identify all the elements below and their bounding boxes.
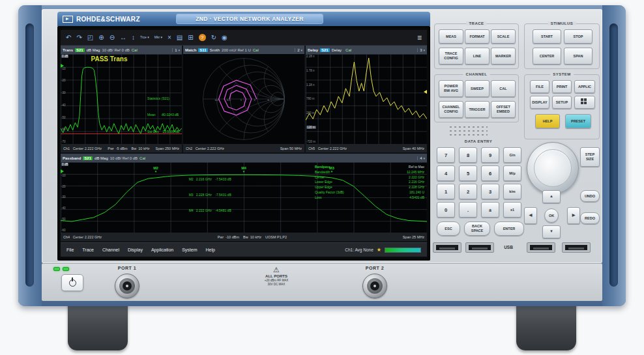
channel-config-button[interactable]: CHANNEL CONFIG	[439, 101, 463, 118]
printer-icon[interactable]: ▤	[177, 35, 183, 41]
window-number-dropdown[interactable]: 4	[417, 156, 425, 160]
autoscale-icon[interactable]: ↕	[132, 35, 135, 41]
key-7[interactable]: 7	[437, 147, 455, 163]
print-button[interactable]: PRINT	[552, 80, 572, 93]
key-5[interactable]: 5	[459, 165, 477, 181]
menu-display[interactable]: Display	[128, 248, 143, 252]
refresh-icon[interactable]: ↻	[211, 35, 216, 41]
trace-select-icon[interactable]: Trce ▾	[140, 36, 149, 40]
help-button[interactable]: HELP	[535, 114, 560, 128]
menu-trace[interactable]: Trace	[82, 248, 94, 252]
chassis: ROHDE&SCHWARZ ZND · VECTOR NETWORK ANALY…	[18, 5, 626, 306]
undo-icon[interactable]: ↶	[66, 35, 71, 41]
applic-button[interactable]: APPLIC	[574, 80, 595, 93]
key-1[interactable]: 1	[437, 184, 455, 199]
span-full-icon[interactable]: ↔	[120, 35, 126, 41]
smith-axis-label: 1	[241, 98, 242, 102]
rohde-schwarz-logo-icon	[63, 16, 73, 23]
file-button[interactable]: FILE	[530, 80, 549, 93]
zoom-in-icon[interactable]: ⊕	[98, 35, 104, 41]
marker-m4[interactable]: M4▼	[241, 166, 246, 173]
esc-button[interactable]: ESC	[437, 221, 460, 236]
zoom-out-icon[interactable]: ⊖	[110, 35, 115, 41]
menu-channel[interactable]: Channel	[102, 248, 119, 252]
key-8[interactable]: 8	[459, 147, 477, 163]
span-button[interactable]: SPAN	[564, 48, 593, 64]
windows-key-button[interactable]	[574, 96, 595, 109]
redo-button[interactable]: REDO	[580, 212, 600, 224]
power-bw-avg-button[interactable]: POWER BW AVG	[439, 80, 463, 97]
key-plus-minus[interactable]: ±	[481, 202, 499, 218]
trigger-button[interactable]: TRIGGER	[465, 101, 490, 118]
meas-button[interactable]: MEAS	[439, 29, 463, 44]
rotary-knob[interactable]	[527, 142, 579, 194]
window-number-dropdown[interactable]: 1	[172, 48, 180, 52]
ref-marker-icon	[424, 90, 427, 94]
menu-application[interactable]: Application	[151, 248, 173, 252]
ok-button[interactable]: OK	[544, 208, 559, 223]
line-button[interactable]: LINE	[465, 48, 490, 64]
marker-select-icon[interactable]: Mkr ▾	[154, 36, 162, 40]
key-6[interactable]: 6	[481, 165, 499, 181]
nav-left-button[interactable]: ◀	[524, 207, 537, 224]
ref-marker-icon	[61, 64, 64, 68]
window-number-dropdown[interactable]: 3	[417, 48, 425, 52]
delete-trace-icon[interactable]: ×	[168, 35, 171, 41]
nav-right-button[interactable]: ▶	[567, 207, 580, 224]
favorite-star-icon[interactable]: ★	[377, 247, 381, 253]
setup-button[interactable]: SETUP	[552, 96, 572, 109]
marker-m2[interactable]: M2▼	[153, 166, 158, 173]
key-kilo-milli[interactable]: k/m	[503, 184, 521, 199]
delay-plot: 2.28 n 1.78 n 1.28 n 780 m 280 m 120 m -…	[306, 54, 427, 144]
redo-icon[interactable]: ↷	[76, 35, 81, 41]
window-number-dropdown[interactable]: 2	[295, 48, 302, 52]
enter-button[interactable]: ENTER	[494, 221, 524, 236]
key-0[interactable]: 0	[437, 202, 455, 218]
trace-header-delay[interactable]: Delay S21 Delay Cal 3	[306, 46, 427, 54]
usb-port-1	[433, 242, 461, 253]
trace-config-button[interactable]: TRACE CONFIG	[439, 48, 463, 64]
help-icon[interactable]: ?	[199, 34, 206, 41]
power-button[interactable]	[61, 274, 83, 291]
bp-label: Lower Edge	[315, 180, 332, 185]
trace-group: TRACE MEAS FORMAT SCALE TRACE CONFIG LIN…	[434, 23, 519, 69]
center-button[interactable]: CENTER	[533, 48, 561, 64]
key-9[interactable]: 9	[481, 147, 499, 163]
key-x1[interactable]: x1	[503, 202, 521, 218]
display-button[interactable]: DISPLAY	[530, 96, 549, 109]
key-decimal[interactable]: .	[459, 202, 477, 218]
key-mega-micro[interactable]: M/µ	[503, 165, 521, 181]
offset-embed-button[interactable]: OFFSET EMBED	[491, 101, 516, 118]
undo-button[interactable]: UNDO	[580, 190, 600, 202]
preset-button[interactable]: PRESET	[565, 114, 591, 128]
trace-header-match[interactable]: Match S11 Smith 200 mU/ Ref 1 U Cal 2	[183, 46, 304, 54]
model-title: ZND · VECTOR NETWORK ANALYZER	[176, 14, 323, 24]
diagram-area-3: Delay S21 Delay Cal 3 2.28 n 1.78 n 1.28	[306, 46, 427, 152]
key-giga-nano[interactable]: G/n	[503, 147, 521, 163]
menu-system[interactable]: System	[182, 248, 197, 252]
menu-help[interactable]: Help	[206, 248, 215, 252]
step-size-button[interactable]: STEP SIZE	[580, 147, 600, 167]
key-3[interactable]: 3	[481, 184, 499, 199]
menu-file[interactable]: File	[66, 248, 74, 252]
marker-button[interactable]: MARKER	[491, 48, 516, 64]
screenshot-icon[interactable]: ◉	[222, 35, 227, 41]
window-layout-icon[interactable]: ⊞	[188, 35, 193, 41]
nav-up-button[interactable]: ▲	[542, 190, 561, 203]
format-button[interactable]: FORMAT	[465, 29, 490, 44]
nav-down-button[interactable]: ▼	[542, 225, 561, 238]
cal-button[interactable]: CAL	[491, 80, 516, 97]
start-button[interactable]: START	[533, 29, 561, 44]
trace-header-passband[interactable]: Passband S21 dB Mag 10 dB/ Ref 0 dB Cal …	[61, 154, 427, 162]
backspace-button[interactable]: BACK SPACE	[464, 221, 490, 236]
trace-header-trans[interactable]: Trans S21 dB Mag 10 dB/ Ref 0 dB Cal 1	[61, 46, 182, 54]
zoom-select-icon[interactable]: ◰	[87, 35, 93, 41]
scale-button[interactable]: SCALE	[491, 29, 516, 44]
key-2[interactable]: 2	[459, 184, 477, 199]
stop-button[interactable]: STOP	[564, 29, 593, 44]
connector-strip: PORT 1 ⚠ ALL PORTS +20 dBm RF MAX 30V DC…	[42, 263, 602, 301]
touchscreen[interactable]: ↶ ↷ ◰ ⊕ ⊖ ↔ ↕ Trce ▾ Mkr ▾ × ▤ ⊞ ? ↻	[61, 30, 427, 257]
key-4[interactable]: 4	[437, 165, 455, 181]
menu-icon[interactable]: ≡	[417, 34, 422, 42]
sweep-button[interactable]: SWEEP	[465, 80, 490, 97]
